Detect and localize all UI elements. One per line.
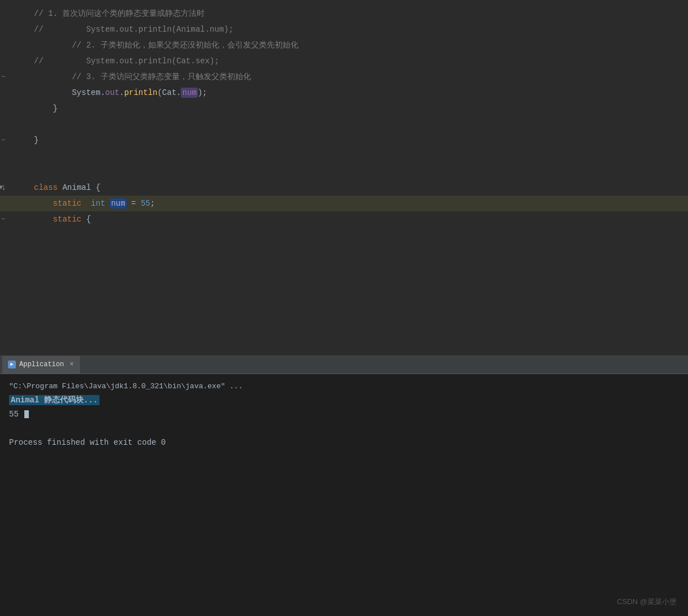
application-tab-label: Application (19, 361, 64, 368)
code-line: // System.out.println(Cat.sex); (0, 53, 688, 69)
console-output-line-1: Animal 静态代码块... (9, 394, 679, 406)
code-line (0, 164, 688, 180)
code-line: ▼ ↓ class Animal { (0, 180, 688, 196)
line-content: // System.out.println(Animal.num); (28, 25, 688, 34)
code-line: − static { (0, 211, 688, 227)
code-line (0, 148, 688, 164)
console-command-line: "C:\Program Files\Java\jdk1.8.0_321\bin\… (9, 381, 679, 392)
console-command-text: "C:\Program Files\Java\jdk1.8.0_321\bin\… (9, 382, 243, 391)
console-highlighted-text: Animal 静态代码块... (9, 395, 99, 405)
code-line: } (0, 101, 688, 116)
line-content: // System.out.println(Cat.sex); (28, 57, 688, 66)
ide-container: // 1. 首次访问这个类的静态变量或静态方法时 // System.out.p… (0, 0, 688, 616)
console-output-line-2: 55 (9, 409, 679, 420)
line-content: System.out.println(Cat.num); (28, 88, 688, 97)
panel-tabs: ▶ Application × (0, 356, 688, 374)
line-content: // 2. 子类初始化，如果父类还没初始化，会引发父类先初始化 (28, 40, 688, 50)
code-line: − // 3. 子类访问父类静态变量，只触发父类初始化 (0, 69, 688, 85)
code-line (0, 116, 688, 132)
console-cursor (24, 410, 29, 418)
code-line: // 2. 子类初始化，如果父类还没初始化，会引发父类先初始化 (0, 37, 688, 53)
tab-close-button[interactable]: × (70, 361, 73, 368)
code-lines: // 1. 首次访问这个类的静态变量或静态方法时 // System.out.p… (0, 0, 688, 233)
console-number-text: 55 (9, 410, 19, 419)
code-line: System.out.println(Cat.num); (0, 85, 688, 101)
line-content: } (28, 104, 688, 113)
console-process-text: Process finished with exit code 0 (9, 438, 166, 447)
line-content: static int num = 55; (28, 199, 688, 208)
fold-icon[interactable]: − (1, 73, 5, 81)
console-process-finished: Process finished with exit code 0 (9, 437, 679, 449)
code-line: − } (0, 132, 688, 148)
application-tab[interactable]: ▶ Application × (2, 356, 80, 374)
line-content: } (28, 136, 688, 145)
line-content: // 1. 首次访问这个类的静态变量或静态方法时 (28, 8, 688, 19)
console-empty-line (9, 423, 679, 435)
watermark-text: CSDN @菜菜小堡 (617, 597, 677, 606)
line-content: static { (28, 215, 688, 224)
console-area: "C:\Program Files\Java\jdk1.8.0_321\bin\… (0, 374, 688, 616)
fold-icon[interactable]: − (1, 215, 5, 223)
code-line: // 1. 首次访问这个类的静态变量或静态方法时 (0, 6, 688, 21)
code-line-highlighted: static int num = 55; (0, 196, 688, 211)
code-line: // System.out.println(Animal.num); (0, 21, 688, 37)
fold-icon[interactable]: − (1, 136, 5, 144)
line-content: class Animal { (28, 183, 688, 192)
application-tab-icon: ▶ (8, 361, 16, 368)
watermark: CSDN @菜菜小堡 (617, 597, 677, 607)
execution-arrow: ↓ (0, 183, 7, 193)
code-editor: // 1. 首次访问这个类的静态变量或静态方法时 // System.out.p… (0, 0, 688, 356)
line-content: // 3. 子类访问父类静态变量，只触发父类初始化 (28, 72, 688, 82)
